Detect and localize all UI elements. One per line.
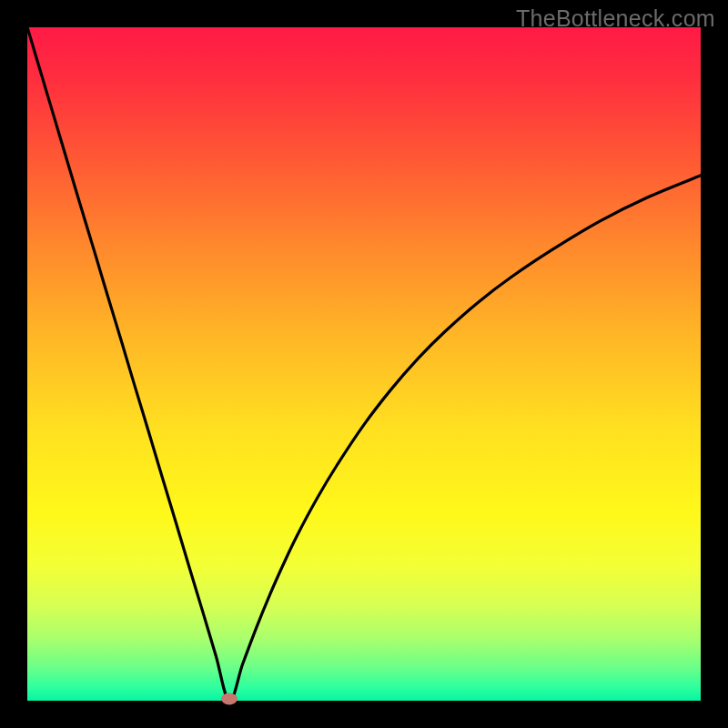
bottleneck-curve [27, 27, 701, 701]
chart-frame: TheBottleneck.com [0, 0, 728, 728]
minimum-marker [221, 693, 238, 705]
plot-area [27, 27, 701, 701]
